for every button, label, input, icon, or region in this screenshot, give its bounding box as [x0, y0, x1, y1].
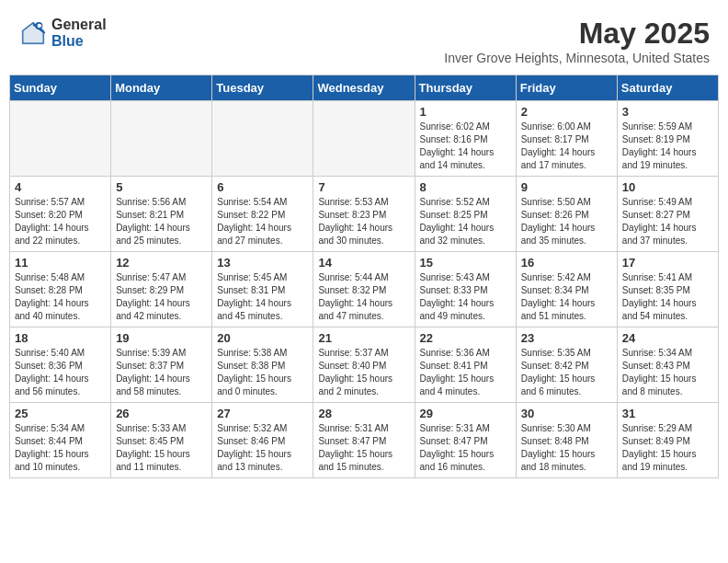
- day-info: Sunrise: 5:29 AM Sunset: 8:49 PM Dayligh…: [622, 422, 713, 474]
- day-info: Sunrise: 5:49 AM Sunset: 8:27 PM Dayligh…: [622, 196, 713, 247]
- day-info: Sunrise: 6:00 AM Sunset: 8:17 PM Dayligh…: [521, 121, 612, 172]
- logo: General Blue: [18, 17, 107, 49]
- calendar-cell: 28Sunrise: 5:31 AM Sunset: 8:47 PM Dayli…: [313, 403, 415, 478]
- day-number: 17: [622, 256, 713, 270]
- day-number: 16: [521, 256, 612, 270]
- day-number: 21: [318, 331, 409, 345]
- calendar-cell: 16Sunrise: 5:42 AM Sunset: 8:34 PM Dayli…: [516, 252, 617, 327]
- calendar-cell: [111, 101, 212, 177]
- day-number: 31: [622, 407, 713, 420]
- calendar-cell: 21Sunrise: 5:37 AM Sunset: 8:40 PM Dayli…: [313, 327, 415, 403]
- day-number: 28: [318, 407, 409, 420]
- day-info: Sunrise: 5:53 AM Sunset: 8:23 PM Dayligh…: [318, 196, 409, 247]
- day-number: 1: [420, 105, 511, 119]
- day-number: 13: [217, 256, 308, 270]
- day-number: 27: [217, 407, 308, 420]
- day-number: 11: [15, 256, 106, 270]
- calendar-cell: 19Sunrise: 5:39 AM Sunset: 8:37 PM Dayli…: [111, 327, 212, 403]
- calendar-cell: 8Sunrise: 5:52 AM Sunset: 8:25 PM Daylig…: [415, 177, 516, 252]
- calendar-week-3: 18Sunrise: 5:40 AM Sunset: 8:36 PM Dayli…: [10, 327, 719, 403]
- day-info: Sunrise: 5:42 AM Sunset: 8:34 PM Dayligh…: [521, 271, 612, 323]
- day-number: 12: [116, 256, 207, 270]
- day-info: Sunrise: 5:54 AM Sunset: 8:22 PM Dayligh…: [217, 196, 308, 247]
- calendar-cell: 1Sunrise: 6:02 AM Sunset: 8:16 PM Daylig…: [415, 101, 516, 177]
- day-info: Sunrise: 5:31 AM Sunset: 8:47 PM Dayligh…: [318, 422, 409, 474]
- weekday-friday: Friday: [516, 75, 617, 101]
- day-info: Sunrise: 5:34 AM Sunset: 8:43 PM Dayligh…: [622, 347, 713, 398]
- weekday-tuesday: Tuesday: [212, 75, 313, 101]
- calendar-cell: 6Sunrise: 5:54 AM Sunset: 8:22 PM Daylig…: [212, 177, 313, 252]
- day-info: Sunrise: 5:56 AM Sunset: 8:21 PM Dayligh…: [116, 196, 207, 247]
- day-number: 10: [622, 180, 713, 194]
- day-number: 19: [116, 331, 207, 345]
- calendar-cell: 13Sunrise: 5:45 AM Sunset: 8:31 PM Dayli…: [212, 252, 313, 327]
- calendar-cell: 10Sunrise: 5:49 AM Sunset: 8:27 PM Dayli…: [617, 177, 718, 252]
- calendar-week-0: 1Sunrise: 6:02 AM Sunset: 8:16 PM Daylig…: [10, 101, 719, 177]
- day-number: 7: [318, 180, 409, 194]
- weekday-header-row: SundayMondayTuesdayWednesdayThursdayFrid…: [10, 75, 719, 101]
- calendar-cell: 29Sunrise: 5:31 AM Sunset: 8:47 PM Dayli…: [415, 403, 516, 478]
- day-info: Sunrise: 5:39 AM Sunset: 8:37 PM Dayligh…: [116, 347, 207, 398]
- day-info: Sunrise: 5:44 AM Sunset: 8:32 PM Dayligh…: [318, 271, 409, 323]
- calendar-header: SundayMondayTuesdayWednesdayThursdayFrid…: [10, 75, 719, 101]
- calendar-cell: 31Sunrise: 5:29 AM Sunset: 8:49 PM Dayli…: [617, 403, 718, 478]
- page-header: General Blue May 2025 Inver Grove Height…: [9, 9, 719, 69]
- calendar-cell: [10, 101, 111, 177]
- day-info: Sunrise: 5:30 AM Sunset: 8:48 PM Dayligh…: [521, 422, 612, 474]
- day-info: Sunrise: 5:32 AM Sunset: 8:46 PM Dayligh…: [217, 422, 308, 474]
- calendar-cell: 5Sunrise: 5:56 AM Sunset: 8:21 PM Daylig…: [111, 177, 212, 252]
- day-number: 25: [15, 407, 106, 420]
- day-number: 5: [116, 180, 207, 194]
- day-number: 6: [217, 180, 308, 194]
- calendar-cell: 11Sunrise: 5:48 AM Sunset: 8:28 PM Dayli…: [10, 252, 111, 327]
- day-info: Sunrise: 5:45 AM Sunset: 8:31 PM Dayligh…: [217, 271, 308, 323]
- weekday-thursday: Thursday: [415, 75, 516, 101]
- day-info: Sunrise: 5:47 AM Sunset: 8:29 PM Dayligh…: [116, 271, 207, 323]
- logo-icon: [18, 18, 48, 48]
- day-number: 2: [521, 105, 612, 119]
- day-number: 23: [521, 331, 612, 345]
- day-info: Sunrise: 5:41 AM Sunset: 8:35 PM Dayligh…: [622, 271, 713, 323]
- calendar-cell: 25Sunrise: 5:34 AM Sunset: 8:44 PM Dayli…: [10, 403, 111, 478]
- calendar-cell: 7Sunrise: 5:53 AM Sunset: 8:23 PM Daylig…: [313, 177, 415, 252]
- calendar-cell: 20Sunrise: 5:38 AM Sunset: 8:38 PM Dayli…: [212, 327, 313, 403]
- logo-blue: Blue: [51, 33, 107, 50]
- day-info: Sunrise: 6:02 AM Sunset: 8:16 PM Dayligh…: [420, 121, 511, 172]
- location-subtitle: Inver Grove Heights, Minnesota, United S…: [444, 51, 710, 65]
- calendar-week-2: 11Sunrise: 5:48 AM Sunset: 8:28 PM Dayli…: [10, 252, 719, 327]
- day-info: Sunrise: 5:50 AM Sunset: 8:26 PM Dayligh…: [521, 196, 612, 247]
- calendar-cell: 18Sunrise: 5:40 AM Sunset: 8:36 PM Dayli…: [10, 327, 111, 403]
- day-info: Sunrise: 5:38 AM Sunset: 8:38 PM Dayligh…: [217, 347, 308, 398]
- month-title: May 2025: [444, 17, 710, 51]
- day-info: Sunrise: 5:52 AM Sunset: 8:25 PM Dayligh…: [420, 196, 511, 247]
- calendar-cell: [212, 101, 313, 177]
- day-info: Sunrise: 5:48 AM Sunset: 8:28 PM Dayligh…: [15, 271, 106, 323]
- calendar-cell: 3Sunrise: 5:59 AM Sunset: 8:19 PM Daylig…: [617, 101, 718, 177]
- calendar-cell: 12Sunrise: 5:47 AM Sunset: 8:29 PM Dayli…: [111, 252, 212, 327]
- day-info: Sunrise: 5:59 AM Sunset: 8:19 PM Dayligh…: [622, 121, 713, 172]
- day-number: 20: [217, 331, 308, 345]
- day-info: Sunrise: 5:35 AM Sunset: 8:42 PM Dayligh…: [521, 347, 612, 398]
- weekday-wednesday: Wednesday: [313, 75, 415, 101]
- day-number: 22: [420, 331, 511, 345]
- weekday-sunday: Sunday: [10, 75, 111, 101]
- day-number: 30: [521, 407, 612, 420]
- logo-general: General: [51, 17, 107, 33]
- day-number: 4: [15, 180, 106, 194]
- day-number: 26: [116, 407, 207, 420]
- day-info: Sunrise: 5:57 AM Sunset: 8:20 PM Dayligh…: [15, 196, 106, 247]
- day-number: 18: [15, 331, 106, 345]
- calendar-cell: 22Sunrise: 5:36 AM Sunset: 8:41 PM Dayli…: [415, 327, 516, 403]
- calendar-cell: [313, 101, 415, 177]
- calendar-week-4: 25Sunrise: 5:34 AM Sunset: 8:44 PM Dayli…: [10, 403, 719, 478]
- calendar-week-1: 4Sunrise: 5:57 AM Sunset: 8:20 PM Daylig…: [10, 177, 719, 252]
- day-number: 3: [622, 105, 713, 119]
- calendar-table: SundayMondayTuesdayWednesdayThursdayFrid…: [9, 75, 719, 478]
- calendar-body: 1Sunrise: 6:02 AM Sunset: 8:16 PM Daylig…: [10, 101, 719, 478]
- day-number: 24: [622, 331, 713, 345]
- calendar-cell: 9Sunrise: 5:50 AM Sunset: 8:26 PM Daylig…: [516, 177, 617, 252]
- day-number: 8: [420, 180, 511, 194]
- day-number: 15: [420, 256, 511, 270]
- day-number: 14: [318, 256, 409, 270]
- calendar-cell: 15Sunrise: 5:43 AM Sunset: 8:33 PM Dayli…: [415, 252, 516, 327]
